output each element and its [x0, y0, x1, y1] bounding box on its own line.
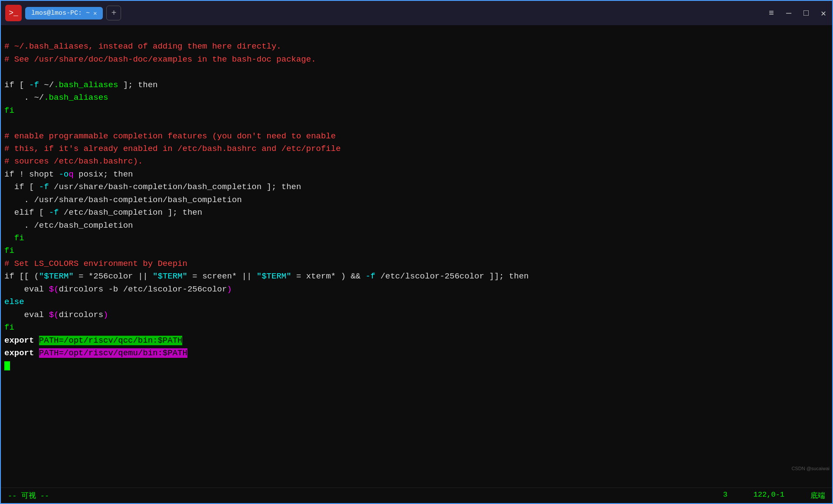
status-bar: -- 可视 -- 3 122,0-1 底端	[1, 488, 832, 503]
watermark: CSDN @sucaiwai	[791, 466, 830, 471]
status-col: 3	[723, 491, 727, 501]
terminal-content[interactable]: # ~/.bash_aliases, instead of adding the…	[1, 25, 832, 488]
tab-close-button[interactable]: ✕	[93, 10, 97, 17]
add-tab-button[interactable]: +	[106, 6, 121, 20]
active-tab[interactable]: lmos@lmos-PC: ~ ✕	[25, 7, 103, 20]
terminal-window: >_ lmos@lmos-PC: ~ ✕ + ≡ — □ ✕ # ~/.bash…	[0, 0, 833, 504]
maximize-button[interactable]: □	[802, 7, 810, 20]
menu-button[interactable]: ≡	[767, 7, 776, 20]
window-controls: ≡ — □ ✕	[767, 6, 828, 20]
status-pos: 122,0-1	[754, 491, 784, 501]
terminal-icon: >_	[5, 5, 22, 21]
status-location: 底端	[810, 491, 825, 501]
vim-mode: -- 可视 --	[8, 491, 49, 501]
code-display: # ~/.bash_aliases, instead of adding the…	[4, 28, 829, 385]
close-button[interactable]: ✕	[819, 6, 828, 20]
tab-label: lmos@lmos-PC: ~	[31, 10, 90, 17]
minimize-button[interactable]: —	[784, 7, 793, 20]
status-right: 3 122,0-1 底端	[723, 491, 825, 501]
titlebar: >_ lmos@lmos-PC: ~ ✕ + ≡ — □ ✕	[1, 1, 832, 25]
